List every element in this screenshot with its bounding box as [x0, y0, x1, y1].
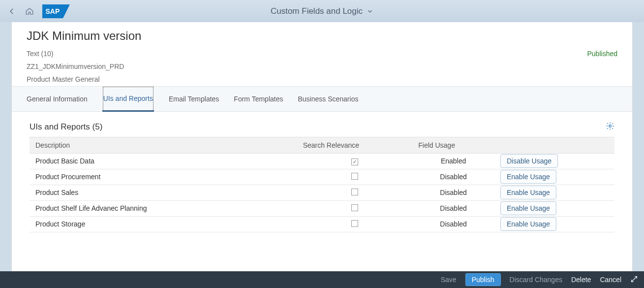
header-sub-lines: Text (10) ZZ1_JDKMinimumversion_PRD Prod…: [27, 50, 124, 83]
row-search-relevance: [297, 185, 413, 200]
shell-title-text: Custom Fields and Logic: [271, 6, 363, 16]
fullscreen-icon[interactable]: [630, 275, 638, 285]
shell-header: SAP Custom Fields and Logic: [0, 0, 644, 22]
row-description: Product Procurement: [30, 169, 297, 185]
svg-text:SAP: SAP: [46, 7, 60, 15]
search-relevance-checkbox[interactable]: [351, 189, 358, 195]
svg-line-3: [634, 276, 637, 279]
row-action-cell: Enable Usage: [494, 169, 614, 185]
row-search-relevance: [297, 169, 413, 185]
row-action-cell: Enable Usage: [494, 216, 614, 232]
sap-logo: SAP: [41, 4, 71, 19]
row-description: Product Basic Data: [30, 154, 297, 169]
footer-toolbar: Save Publish Discard Changes Delete Canc…: [0, 271, 644, 288]
column-field-usage: Field Usage: [412, 137, 494, 154]
discard-changes-button[interactable]: Discard Changes: [510, 276, 562, 284]
search-relevance-checkbox[interactable]: [351, 204, 358, 211]
row-action-cell: Enable Usage: [494, 185, 614, 200]
svg-point-2: [609, 125, 612, 128]
technical-name: ZZ1_JDKMinimumversion_PRD: [27, 63, 124, 70]
svg-line-4: [632, 279, 634, 282]
row-search-relevance: [297, 216, 413, 232]
status-badge: Published: [587, 50, 618, 83]
field-type-line: Text (10): [27, 50, 124, 58]
delete-button[interactable]: Delete: [571, 276, 591, 284]
table-row[interactable]: Product Shelf Life Advanec PlanningDisab…: [30, 200, 614, 216]
row-field-usage: Disabled: [412, 200, 494, 216]
tab-bar: General Information UIs and Reports Emai…: [12, 86, 632, 112]
row-action-cell: Enable Usage: [494, 200, 614, 216]
tab-general-information[interactable]: General Information: [27, 86, 88, 112]
uis-reports-table: Description Search Relevance Field Usage…: [30, 137, 614, 232]
column-search-relevance: Search Relevance: [297, 137, 413, 154]
row-description: Product Shelf Life Advanec Planning: [30, 200, 297, 216]
row-description: Product Sales: [30, 185, 297, 200]
table-row[interactable]: Product StorageDisabledEnable Usage: [30, 216, 614, 232]
publish-button[interactable]: Publish: [465, 273, 501, 286]
column-action: [494, 137, 614, 154]
page: JDK Minimum version Text (10) ZZ1_JDKMin…: [11, 22, 633, 271]
enable-usage-button[interactable]: Enable Usage: [500, 170, 556, 184]
tab-email-templates[interactable]: Email Templates: [169, 86, 219, 112]
table-row[interactable]: Product ProcurementDisabledEnable Usage: [30, 169, 614, 185]
shell-title-dropdown[interactable]: Custom Fields and Logic: [271, 6, 373, 16]
search-relevance-checkbox[interactable]: [351, 159, 358, 165]
row-action-cell: Disable Usage: [494, 154, 614, 169]
tab-uis-and-reports[interactable]: UIs and Reports: [102, 86, 154, 112]
home-icon[interactable]: [22, 3, 37, 19]
settings-gear-icon[interactable]: [606, 122, 614, 132]
business-context: Product Master General: [27, 75, 124, 83]
object-header: JDK Minimum version Text (10) ZZ1_JDKMin…: [12, 22, 632, 86]
row-field-usage: Disabled: [412, 216, 494, 232]
search-relevance-checkbox[interactable]: [351, 173, 358, 180]
tab-form-templates[interactable]: Form Templates: [234, 86, 283, 112]
disable-usage-button[interactable]: Disable Usage: [500, 154, 558, 168]
row-search-relevance: [297, 154, 413, 169]
enable-usage-button[interactable]: Enable Usage: [500, 217, 556, 231]
nav-group: SAP: [4, 3, 71, 19]
uis-reports-section: UIs and Reports (5) Description Search R…: [12, 112, 632, 237]
row-search-relevance: [297, 200, 413, 216]
tab-business-scenarios[interactable]: Business Scenarios: [298, 86, 358, 112]
row-description: Product Storage: [30, 216, 297, 232]
table-row[interactable]: Product SalesDisabledEnable Usage: [30, 185, 614, 200]
save-button[interactable]: Save: [441, 276, 457, 284]
cancel-button[interactable]: Cancel: [600, 276, 621, 284]
back-icon[interactable]: [4, 3, 20, 19]
search-relevance-checkbox[interactable]: [351, 220, 358, 227]
section-title: UIs and Reports (5): [30, 122, 102, 132]
table-row[interactable]: Product Basic DataEnabledDisable Usage: [30, 154, 614, 169]
row-field-usage: Enabled: [412, 154, 494, 169]
chevron-down-icon: [367, 8, 373, 15]
enable-usage-button[interactable]: Enable Usage: [500, 186, 556, 199]
enable-usage-button[interactable]: Enable Usage: [500, 201, 556, 215]
column-description: Description: [30, 137, 297, 154]
row-field-usage: Disabled: [412, 169, 494, 185]
row-field-usage: Disabled: [412, 185, 494, 200]
page-title: JDK Minimum version: [27, 29, 617, 43]
